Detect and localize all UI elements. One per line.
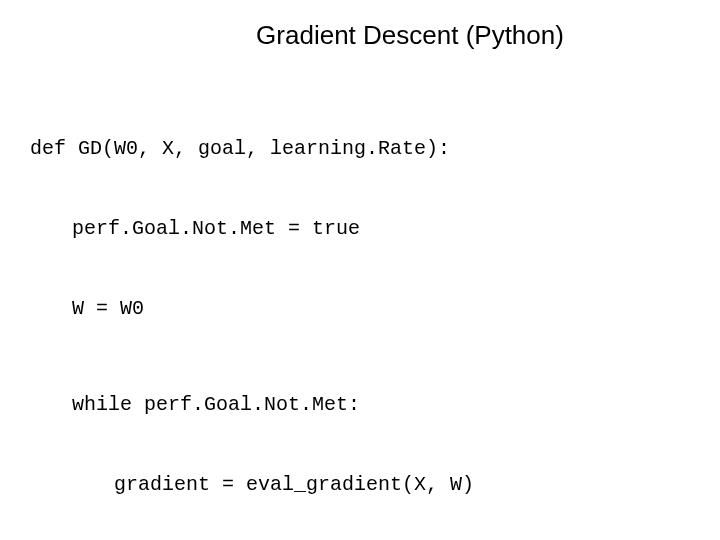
slide-title: Gradient Descent (Python) [130, 20, 690, 51]
code-line-init-w: W = W0 [30, 299, 690, 319]
code-block: def GD(W0, X, goal, learning.Rate): perf… [30, 99, 690, 540]
code-line-def: def GD(W0, X, goal, learning.Rate): [30, 139, 690, 159]
code-line-while: while perf.Goal.Not.Met: [30, 395, 690, 415]
code-line-init-flag: perf.Goal.Not.Met = true [30, 219, 690, 239]
code-line-gradient: gradient = eval_gradient(X, W) [30, 475, 690, 495]
slide: Gradient Descent (Python) def GD(W0, X, … [0, 0, 720, 540]
